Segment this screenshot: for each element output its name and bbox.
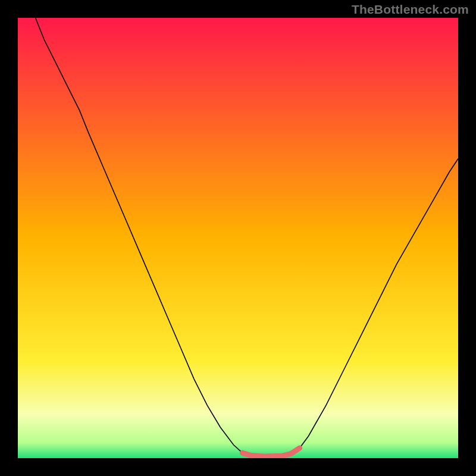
- gradient-background: [18, 18, 458, 458]
- chart-svg: [18, 18, 458, 458]
- watermark-text: TheBottleneck.com: [352, 2, 469, 17]
- plot-area: [18, 18, 458, 458]
- chart-container: TheBottleneck.com: [0, 0, 476, 476]
